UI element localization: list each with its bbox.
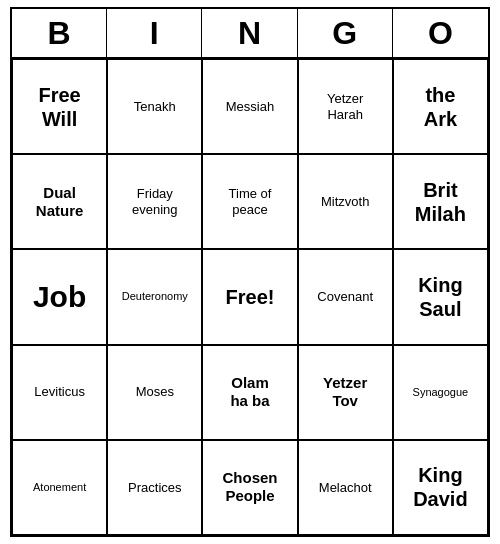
- header-letter-b: B: [12, 9, 107, 57]
- header-letter-g: G: [298, 9, 393, 57]
- cell-text: Atonement: [33, 481, 86, 494]
- header-letter-o: O: [393, 9, 488, 57]
- cell-text: Free Will: [38, 83, 80, 131]
- cell-text: King Saul: [418, 273, 462, 321]
- bingo-grid: Free WillTenakhMessiahYetzer Harahthe Ar…: [12, 59, 488, 535]
- bingo-cell-14: King Saul: [393, 249, 488, 344]
- cell-text: Brit Milah: [415, 178, 466, 226]
- cell-text: Friday evening: [132, 186, 178, 217]
- bingo-cell-18: Yetzer Tov: [298, 345, 393, 440]
- header-letter-n: N: [202, 9, 297, 57]
- header-letter-i: I: [107, 9, 202, 57]
- cell-text: Leviticus: [34, 384, 85, 400]
- bingo-cell-24: King David: [393, 440, 488, 535]
- cell-text: Olam ha ba: [230, 374, 269, 410]
- cell-text: Covenant: [317, 289, 373, 305]
- bingo-cell-20: Atonement: [12, 440, 107, 535]
- bingo-cell-22: Chosen People: [202, 440, 297, 535]
- cell-text: Synagogue: [413, 386, 469, 399]
- bingo-cell-7: Time of peace: [202, 154, 297, 249]
- cell-text: Practices: [128, 480, 181, 496]
- cell-text: King David: [413, 463, 467, 511]
- bingo-cell-16: Moses: [107, 345, 202, 440]
- bingo-cell-12: Free!: [202, 249, 297, 344]
- cell-text: Mitzvoth: [321, 194, 369, 210]
- bingo-cell-6: Friday evening: [107, 154, 202, 249]
- cell-text: Tenakh: [134, 99, 176, 115]
- bingo-header: BINGO: [12, 9, 488, 59]
- cell-text: the Ark: [424, 83, 457, 131]
- bingo-cell-1: Tenakh: [107, 59, 202, 154]
- cell-text: Dual Nature: [36, 184, 84, 220]
- bingo-cell-5: Dual Nature: [12, 154, 107, 249]
- cell-text: Messiah: [226, 99, 274, 115]
- bingo-cell-4: the Ark: [393, 59, 488, 154]
- cell-text: Moses: [136, 384, 174, 400]
- bingo-cell-15: Leviticus: [12, 345, 107, 440]
- cell-text: Yetzer Tov: [323, 374, 367, 410]
- bingo-card: BINGO Free WillTenakhMessiahYetzer Harah…: [10, 7, 490, 537]
- bingo-cell-13: Covenant: [298, 249, 393, 344]
- bingo-cell-3: Yetzer Harah: [298, 59, 393, 154]
- bingo-cell-19: Synagogue: [393, 345, 488, 440]
- bingo-cell-0: Free Will: [12, 59, 107, 154]
- cell-text: Free!: [226, 285, 275, 309]
- bingo-cell-11: Deuteronomy: [107, 249, 202, 344]
- cell-text: Job: [33, 279, 86, 315]
- cell-text: Chosen People: [222, 469, 277, 505]
- bingo-cell-2: Messiah: [202, 59, 297, 154]
- bingo-cell-8: Mitzvoth: [298, 154, 393, 249]
- bingo-cell-10: Job: [12, 249, 107, 344]
- cell-text: Yetzer Harah: [327, 91, 363, 122]
- bingo-cell-21: Practices: [107, 440, 202, 535]
- cell-text: Deuteronomy: [122, 290, 188, 303]
- bingo-cell-17: Olam ha ba: [202, 345, 297, 440]
- cell-text: Time of peace: [229, 186, 272, 217]
- cell-text: Melachot: [319, 480, 372, 496]
- bingo-cell-9: Brit Milah: [393, 154, 488, 249]
- bingo-cell-23: Melachot: [298, 440, 393, 535]
